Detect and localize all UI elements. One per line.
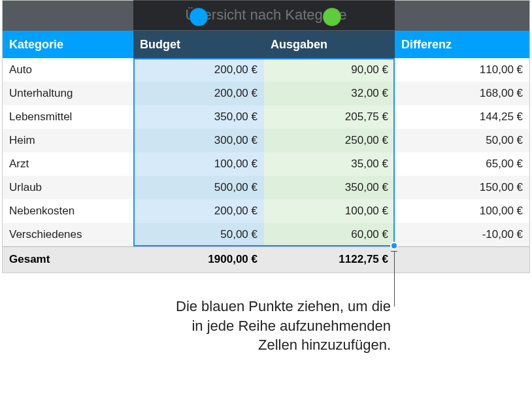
col-header-category[interactable]: Kategorie: [3, 31, 133, 58]
cell-expenses[interactable]: 60,00 €: [264, 223, 395, 246]
selection-handle[interactable]: [390, 242, 398, 250]
cell-category[interactable]: Arzt: [3, 152, 133, 176]
callout-line-1: Die blauen Punkte ziehen, um die: [118, 297, 391, 316]
cell-category[interactable]: Verschiedenes: [3, 223, 133, 246]
cell-diff[interactable]: 150,00 €: [395, 176, 529, 199]
callout-leader-horizontal: [391, 251, 397, 252]
cell-expenses[interactable]: 250,00 €: [264, 129, 395, 152]
cell-budget[interactable]: 350,00 €: [133, 105, 264, 129]
cell-budget[interactable]: 200,00 €: [133, 82, 264, 105]
chart-series-dot-expenses[interactable]: [323, 8, 341, 26]
cell-category[interactable]: Lebensmittel: [3, 105, 133, 129]
table-row[interactable]: Verschiedenes50,00 €60,00 €-10,00 €: [3, 223, 529, 246]
chart-series-dot-budget[interactable]: [190, 8, 208, 26]
col-header-expenses[interactable]: Ausgaben: [264, 31, 395, 58]
cell-expenses[interactable]: 100,00 €: [264, 199, 395, 223]
cell-budget[interactable]: 300,00 €: [133, 129, 264, 152]
budget-table: Übersicht nach Kategorie Kategorie Budge…: [2, 0, 530, 273]
col-header-diff[interactable]: Differenz: [395, 31, 529, 58]
table-row[interactable]: Arzt100,00 €35,00 €65,00 €: [3, 152, 529, 176]
cell-diff[interactable]: 100,00 €: [395, 199, 529, 223]
table-title: Übersicht nach Kategorie: [3, 1, 529, 31]
cell-diff[interactable]: 168,00 €: [395, 82, 529, 105]
cell-budget[interactable]: 50,00 €: [133, 223, 264, 246]
cell-diff[interactable]: 110,00 €: [395, 58, 529, 82]
callout-leader-vertical: [394, 251, 395, 307]
col-header-budget[interactable]: Budget: [133, 31, 264, 58]
cell-expenses[interactable]: 35,00 €: [264, 152, 395, 176]
table[interactable]: Übersicht nach Kategorie Kategorie Budge…: [3, 1, 529, 273]
cell-budget[interactable]: 200,00 €: [133, 58, 264, 82]
cell-expenses[interactable]: 32,00 €: [264, 82, 395, 105]
total-budget: 1900,00 €: [133, 246, 264, 273]
callout-line-2: in jede Reihe aufzunehmenden: [118, 316, 391, 336]
table-row[interactable]: Urlaub500,00 €350,00 €150,00 €: [3, 176, 529, 199]
cell-category[interactable]: Heim: [3, 129, 133, 152]
cell-budget[interactable]: 500,00 €: [133, 176, 264, 199]
total-label: Gesamt: [3, 246, 133, 273]
cell-expenses[interactable]: 205,75 €: [264, 105, 395, 129]
cell-category[interactable]: Unterhaltung: [3, 82, 133, 105]
table-row[interactable]: Auto200,00 €90,00 €110,00 €: [3, 58, 529, 82]
cell-expenses[interactable]: 90,00 €: [264, 58, 395, 82]
cell-diff[interactable]: 144,25 €: [395, 105, 529, 129]
table-row[interactable]: Nebenkosten200,00 €100,00 €100,00 €: [3, 199, 529, 223]
cell-diff[interactable]: 65,00 €: [395, 152, 529, 176]
table-row[interactable]: Unterhaltung200,00 €32,00 €168,00 €: [3, 82, 529, 105]
callout-line-3: Zellen hinzuzufügen.: [118, 335, 391, 355]
cell-category[interactable]: Auto: [3, 58, 133, 82]
cell-category[interactable]: Urlaub: [3, 176, 133, 199]
cell-category[interactable]: Nebenkosten: [3, 199, 133, 223]
cell-budget[interactable]: 100,00 €: [133, 152, 264, 176]
callout-text: Die blauen Punkte ziehen, um die in jede…: [118, 297, 391, 355]
total-expenses: 1122,75 €: [264, 246, 395, 273]
table-row[interactable]: Heim300,00 €250,00 €50,00 €: [3, 129, 529, 152]
total-diff: [395, 246, 529, 273]
cell-expenses[interactable]: 350,00 €: [264, 176, 395, 199]
cell-budget[interactable]: 200,00 €: [133, 199, 264, 223]
cell-diff[interactable]: -10,00 €: [395, 223, 529, 246]
table-row[interactable]: Lebensmittel350,00 €205,75 €144,25 €: [3, 105, 529, 129]
cell-diff[interactable]: 50,00 €: [395, 129, 529, 152]
